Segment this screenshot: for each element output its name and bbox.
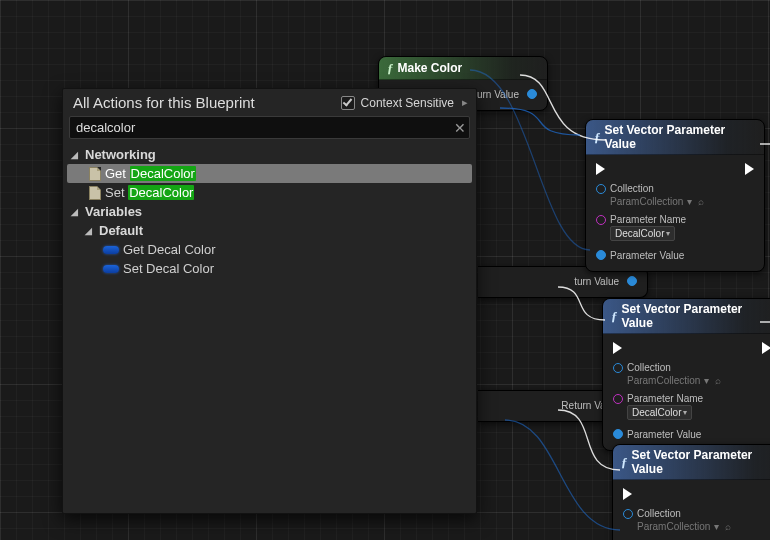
pin-collection[interactable]: [623, 509, 633, 519]
param-name-dropdown[interactable]: DecalColor: [627, 405, 692, 420]
pin-collection[interactable]: [613, 363, 623, 373]
context-sensitive-toggle[interactable]: Context Sensitive ▸: [341, 96, 468, 110]
exec-pin-in[interactable]: [623, 488, 632, 500]
browse-icon[interactable]: ⌕: [715, 375, 721, 386]
collapse-icon: ◢: [71, 207, 81, 217]
subcategory-default[interactable]: ◢ Default: [67, 221, 472, 240]
clear-search-icon[interactable]: ✕: [454, 120, 466, 136]
dropdown-icon[interactable]: ▾: [714, 521, 719, 532]
function-icon: ƒ: [621, 454, 628, 470]
pin-output[interactable]: [627, 276, 637, 286]
pin-collection[interactable]: [596, 184, 606, 194]
blueprint-action-menu[interactable]: All Actions for this Blueprint Context S…: [62, 88, 477, 514]
collapse-icon: ◢: [85, 226, 95, 236]
pin-label: Parameter Value: [627, 429, 701, 440]
category-label: Networking: [85, 147, 156, 162]
variable-pill-icon: [103, 246, 119, 254]
function-icon: ƒ: [611, 308, 618, 324]
exec-pin-in[interactable]: [613, 342, 622, 354]
chevron-right-icon: ▸: [462, 96, 468, 109]
node-set-vector-param-1[interactable]: ƒ Set Vector Parameter Value Collection …: [585, 119, 765, 272]
menu-title: All Actions for this Blueprint: [73, 94, 255, 111]
browse-icon[interactable]: ⌕: [698, 196, 704, 207]
pin-label: Parameter Name: [627, 393, 703, 404]
pin-label: Collection: [637, 508, 681, 519]
action-get-decalcolor[interactable]: Get DecalColor: [67, 164, 472, 183]
context-sensitive-label: Context Sensitive: [361, 96, 454, 110]
node-title: Make Color: [398, 61, 463, 75]
action-label: Get Decal Color: [123, 242, 215, 257]
node-title: Set Vector Parameter Value: [622, 302, 771, 330]
pin-param-name[interactable]: [596, 215, 606, 225]
action-set-decalcolor[interactable]: Set DecalColor: [67, 183, 472, 202]
category-variables[interactable]: ◢ Variables: [67, 202, 472, 221]
menu-titlebar: All Actions for this Blueprint Context S…: [63, 89, 476, 114]
function-icon: ƒ: [387, 60, 394, 76]
category-networking[interactable]: ◢ Networking: [67, 145, 472, 164]
variable-pill-icon: [103, 265, 119, 273]
pin-param-value[interactable]: [596, 250, 606, 260]
function-doc-icon: [89, 186, 101, 200]
action-get-decal-color-var[interactable]: Get Decal Color: [67, 240, 472, 259]
node-title: Set Vector Parameter Value: [632, 448, 771, 476]
dropdown-icon[interactable]: ▾: [704, 375, 709, 386]
action-label: Set DecalColor: [105, 185, 194, 200]
exec-pin-in[interactable]: [596, 163, 605, 175]
pin-label: Parameter Name: [610, 214, 686, 225]
param-name-dropdown[interactable]: DecalColor: [610, 226, 675, 241]
node-header[interactable]: ƒ Set Vector Parameter Value: [603, 299, 770, 334]
exec-pin-out[interactable]: [745, 163, 754, 175]
node-header[interactable]: ƒ Set Vector Parameter Value: [613, 445, 770, 480]
exec-pin-out[interactable]: [762, 342, 770, 354]
function-doc-icon: [89, 167, 101, 181]
node-title: Set Vector Parameter Value: [605, 123, 757, 151]
pin-value: ParamCollection: [610, 196, 683, 207]
search-input[interactable]: [69, 116, 470, 139]
pin-label: turn Value: [574, 276, 619, 287]
node-header[interactable]: ƒ Set Vector Parameter Value: [586, 120, 764, 155]
pin-label: Collection: [627, 362, 671, 373]
action-list: ◢ Networking Get DecalColor Set DecalCol…: [63, 143, 476, 513]
action-label: Get DecalColor: [105, 166, 196, 181]
subcategory-label: Default: [99, 223, 143, 238]
pin-value: ParamCollection: [627, 375, 700, 386]
dropdown-icon[interactable]: ▾: [687, 196, 692, 207]
pin-param-value[interactable]: [613, 429, 623, 439]
action-label: Set Decal Color: [123, 261, 214, 276]
collapse-icon: ◢: [71, 150, 81, 160]
category-label: Variables: [85, 204, 142, 219]
function-icon: ƒ: [594, 129, 601, 145]
node-set-vector-param-3[interactable]: ƒ Set Vector Parameter Value Collection …: [612, 444, 770, 540]
pin-label: Parameter Value: [610, 250, 684, 261]
action-set-decal-color-var[interactable]: Set Decal Color: [67, 259, 472, 278]
browse-icon[interactable]: ⌕: [725, 521, 731, 532]
node-header-make-color[interactable]: ƒ Make Color: [379, 57, 547, 80]
pin-value: ParamCollection: [637, 521, 710, 532]
pin-output[interactable]: [527, 89, 537, 99]
node-set-vector-param-2[interactable]: ƒ Set Vector Parameter Value Collection …: [602, 298, 770, 451]
checkbox-icon[interactable]: [341, 96, 355, 110]
pin-label: Collection: [610, 183, 654, 194]
pin-param-name[interactable]: [613, 394, 623, 404]
